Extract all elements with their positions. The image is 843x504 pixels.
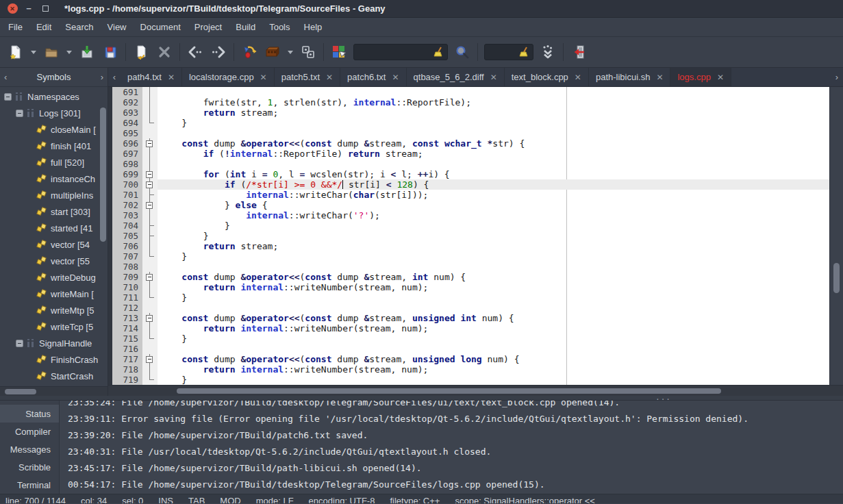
code-line-693[interactable]: return stream; [158,108,829,118]
new-file-button[interactable] [4,40,27,64]
search-input[interactable] [353,44,448,60]
tree-item-signalhandle[interactable]: SignalHandle [0,335,108,351]
status-message[interactable]: 23:35:24: File /home/supervizor/TBuild/t… [68,401,843,411]
code-line-706[interactable]: return stream; [158,241,829,251]
revert-button[interactable] [129,40,153,64]
search-button[interactable] [451,40,474,64]
editor-hscrollbar-thumb[interactable] [177,388,721,394]
tab-patch5-txt[interactable]: patch5.txt✕ [275,68,340,86]
status-message[interactable]: 00:54:17: File /home/supervizor/TBuild/t… [68,477,843,493]
tree-item-writemain[interactable]: writeMain [ [0,286,108,302]
fold-marker[interactable] [142,138,158,149]
tab-patch6-txt[interactable]: patch6.txt✕ [340,68,406,86]
tree-item-vector-54[interactable]: vector [54 [0,236,108,253]
code-line-705[interactable]: } [158,231,829,241]
tree-item-writemtp-5[interactable]: writeMtp [5 [0,302,108,318]
code-line-698[interactable] [158,159,829,169]
code-line-701[interactable]: internal::writeChar(char(str[i])); [158,190,829,200]
code-line-714[interactable]: return internal::writeNumber(stream, num… [158,323,829,333]
status-message[interactable]: 23:40:31: File /usr/local/tdesktop/Qt-5.… [68,444,843,460]
tabbar-scroll-left[interactable]: ‹ [108,68,121,86]
fold-collapse-icon[interactable] [146,140,153,147]
tree-item-finishcrash[interactable]: FinishCrash [0,351,108,368]
tree-item-writetcp-5[interactable]: writeTcp [5 [0,318,108,335]
window-maximize-button[interactable] [38,2,52,16]
fold-collapse-icon[interactable] [146,315,153,322]
compile-button[interactable] [238,40,261,64]
tab-close-icon[interactable]: ✕ [260,73,267,82]
menu-search[interactable]: Search [58,19,100,35]
tree-item-multipleins[interactable]: multipleIns [0,187,108,203]
editor-vscrollbar-thumb[interactable] [833,263,840,293]
navigate-back-button[interactable] [184,40,207,64]
editor[interactable]: 6916926936946956966976986997007017027037… [108,87,843,385]
code-line-710[interactable]: return internal::writeNumber(stream, num… [158,282,829,292]
code-line-711[interactable]: } [158,292,829,303]
build-dropdown[interactable] [284,40,297,64]
tab-close-icon[interactable]: ✕ [656,73,663,82]
sidebar-hscrollbar[interactable] [0,386,108,396]
open-file-button[interactable] [40,40,63,64]
fold-collapse-icon[interactable] [146,274,153,281]
sidebar-hscrollbar-thumb[interactable] [5,389,36,394]
tree-item-writedebug[interactable]: writeDebug [0,269,108,286]
tree-item-full-520[interactable]: full [520] [0,154,108,171]
goto-line-button[interactable] [536,40,559,64]
fold-marker[interactable] [142,354,158,364]
code-line-700[interactable]: if (/*str[i] >= 0 &&*/ str[i] < 128) { [158,179,829,190]
menu-document[interactable]: Document [134,19,188,35]
window-minimize-button[interactable]: − [22,2,36,16]
sidebar-vscrollbar-thumb[interactable] [100,108,106,242]
code-line-703[interactable]: internal::writeChar('?'); [158,210,829,220]
fold-margin[interactable] [142,87,158,385]
sidebar-tab-scroll-left[interactable]: ‹ [4,72,7,82]
tree-item-vector-55[interactable]: vector [55 [0,253,108,269]
tree-item-started-41[interactable]: started [41 [0,220,108,236]
panel-tab-status[interactable]: Status [0,405,59,423]
code-line-694[interactable]: } [158,118,829,128]
tree-item-logs-301[interactable]: Logs [301] [0,105,108,121]
build-button[interactable] [261,40,284,64]
tab-logs-cpp[interactable]: logs.cpp✕ [670,68,731,86]
quit-button[interactable] [567,40,590,64]
code-line-717[interactable]: const dump &operator<<(const dump &strea… [158,354,829,364]
code-line-712[interactable] [158,303,829,313]
code-line-691[interactable] [158,87,829,97]
code-line-702[interactable]: } else { [158,200,829,210]
fold-marker[interactable] [142,169,158,179]
tree-item-closemain[interactable]: closeMain [ [0,121,108,138]
code-line-704[interactable]: } [158,220,829,231]
run-button[interactable] [297,40,320,64]
menu-tools[interactable]: Tools [262,19,297,35]
menu-help[interactable]: Help [297,19,329,35]
tree-item-startcrash[interactable]: StartCrash [0,368,108,384]
code-line-715[interactable]: } [158,333,829,344]
code-line-697[interactable]: if (!internal::ReportFile) return stream… [158,149,829,159]
save-all-button[interactable] [99,40,122,64]
sidebar-tab-scroll-right[interactable]: › [101,72,103,82]
code-line-709[interactable]: const dump &operator<<(const dump &strea… [158,272,829,282]
navigate-forward-button[interactable] [207,40,230,64]
menu-view[interactable]: View [101,19,134,35]
code-line-719[interactable]: } [158,375,829,385]
tab-qtbase-5-6-2-diff[interactable]: qtbase_5_6_2.diff✕ [407,68,505,86]
tab-close-icon[interactable]: ✕ [392,73,399,82]
expander-icon[interactable] [16,340,23,347]
status-message[interactable]: 23:39:11: Error saving file (Error openi… [68,411,843,427]
tab-close-icon[interactable]: ✕ [717,73,724,82]
open-file-dropdown[interactable] [63,40,75,64]
save-button[interactable] [75,40,99,64]
code-line-716[interactable] [158,344,829,354]
panel-tab-compiler[interactable]: Compiler [0,423,59,440]
tab-localstorage-cpp[interactable]: localstorage.cpp✕ [182,68,275,86]
tree-item-start-303[interactable]: start [303] [0,203,108,220]
menu-project[interactable]: Project [188,19,229,35]
tree-item-finish-401[interactable]: finish [401 [0,138,108,154]
tab-path4-txt[interactable]: path4.txt✕ [121,68,182,86]
expander-icon[interactable] [4,93,12,101]
code-line-699[interactable]: for (int i = 0, l = wcslen(str); i < l; … [158,169,829,179]
fold-marker[interactable] [142,200,158,210]
tab-close-icon[interactable]: ✕ [490,73,497,82]
code-line-696[interactable]: const dump &operator<<(const dump &strea… [158,138,829,149]
tree-item-instancech[interactable]: instanceCh [0,171,108,187]
